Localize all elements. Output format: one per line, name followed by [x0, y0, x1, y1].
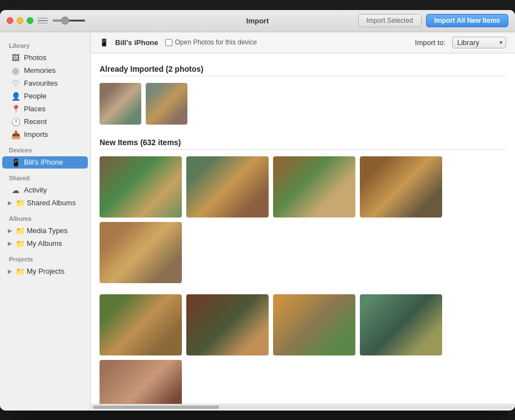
- main-panel: 📱 Bill's iPhone Open Photos for this dev…: [91, 32, 515, 411]
- media-types-icon: 📁: [16, 226, 24, 235]
- titlebar-action-buttons: Import Selected Import All New Items: [358, 14, 508, 27]
- import-bar-device-icon: 📱: [100, 38, 108, 47]
- already-imported-photo-1[interactable]: [100, 83, 141, 125]
- sidebar-item-bills-iphone[interactable]: 📱 Bill's iPhone: [2, 156, 88, 169]
- new-items-section: New Items (632 items): [100, 136, 506, 404]
- zoom-slider[interactable]: [52, 19, 86, 22]
- sidebar-item-people[interactable]: 👤 People: [2, 90, 88, 102]
- sidebar-item-memories-label: Memories: [24, 66, 56, 75]
- my-projects-arrow: ▶: [8, 268, 13, 274]
- shared-albums-arrow: ▶: [8, 200, 13, 206]
- close-button[interactable]: [7, 17, 13, 24]
- import-bar-device-name: Bill's iPhone: [115, 38, 159, 47]
- new-item-photo-13[interactable]: [273, 294, 355, 355]
- places-icon: 📍: [11, 105, 20, 113]
- scrollbar-track: [93, 406, 513, 409]
- new-item-photo-1[interactable]: [100, 156, 182, 218]
- traffic-lights: [7, 17, 33, 24]
- activity-icon: ☁: [11, 186, 20, 195]
- sidebar-item-favourites-label: Favourites: [24, 79, 58, 87]
- new-items-grid-row2: [100, 294, 506, 404]
- sidebar-item-media-types-label: Media Types: [27, 226, 67, 235]
- photo-scroll-area[interactable]: Already Imported (2 photos) New Items (6…: [91, 53, 515, 404]
- already-imported-section: Already Imported (2 photos): [100, 62, 506, 125]
- memories-icon: ◎: [11, 66, 20, 75]
- new-item-photo-4[interactable]: [360, 156, 442, 218]
- import-selected-button[interactable]: Import Selected: [358, 14, 422, 27]
- favourites-icon: ♡: [11, 79, 20, 88]
- sidebar-item-photos[interactable]: 🖼 Photos: [2, 52, 88, 64]
- content-area: Library 🖼 Photos ◎ Memories ♡ Favourites…: [0, 32, 515, 411]
- new-items-grid-row1: [100, 156, 506, 283]
- window-title: Import: [246, 17, 269, 25]
- import-bar: 📱 Bill's iPhone Open Photos for this dev…: [91, 32, 515, 53]
- library-section-label: Library: [0, 37, 90, 51]
- already-imported-grid: [100, 83, 506, 125]
- sidebar-toggle-button[interactable]: [38, 17, 48, 24]
- open-photos-checkbox[interactable]: [165, 39, 172, 46]
- projects-section-label: Projects: [0, 250, 90, 265]
- sidebar-item-device-label: Bill's iPhone: [24, 158, 63, 166]
- sidebar-item-media-types[interactable]: ▶ 📁 Media Types: [2, 225, 88, 237]
- iphone-icon: 📱: [11, 158, 20, 167]
- sidebar-item-places[interactable]: 📍 Places: [2, 103, 88, 115]
- import-to-label: Import to:: [415, 38, 445, 47]
- sidebar-item-recent[interactable]: 🕐 Recent: [2, 116, 88, 128]
- recent-icon: 🕐: [11, 117, 20, 126]
- photos-icon: 🖼: [11, 53, 20, 62]
- zoom-slider-control: [52, 19, 86, 22]
- new-item-photo-11[interactable]: [100, 294, 182, 355]
- sidebar-item-places-label: Places: [24, 105, 46, 113]
- my-albums-icon: 📁: [16, 239, 24, 248]
- scrollbar-thumb[interactable]: [93, 406, 219, 409]
- sidebar-item-my-albums[interactable]: ▶ 📁 My Albums: [2, 238, 88, 250]
- new-item-photo-3[interactable]: [273, 156, 355, 218]
- sidebar-item-favourites[interactable]: ♡ Favourites: [2, 77, 88, 90]
- minimize-button[interactable]: [17, 17, 23, 24]
- new-item-photo-5[interactable]: [100, 222, 182, 283]
- new-item-photo-15[interactable]: [100, 360, 182, 404]
- sidebar-item-imports-label: Imports: [24, 130, 48, 139]
- open-photos-text: Open Photos for this device: [175, 38, 257, 46]
- imports-icon: 📥: [11, 130, 20, 139]
- open-photos-label[interactable]: Open Photos for this device: [165, 38, 257, 46]
- devices-section-label: Devices: [0, 141, 90, 156]
- already-imported-header: Already Imported (2 photos): [100, 62, 506, 76]
- import-to-wrapper: Library New Album: [452, 37, 506, 48]
- sidebar-item-my-projects-label: My Projects: [27, 267, 65, 275]
- shared-albums-icon: 📁: [16, 199, 24, 207]
- my-projects-icon: 📁: [16, 267, 24, 276]
- sidebar-item-my-albums-label: My Albums: [27, 239, 62, 248]
- sidebar-item-people-label: People: [24, 92, 46, 100]
- import-to-select[interactable]: Library New Album: [452, 37, 506, 48]
- sidebar-item-photos-label: Photos: [24, 53, 46, 62]
- sidebar-item-recent-label: Recent: [24, 117, 47, 126]
- sidebar-item-activity[interactable]: ☁ Activity: [2, 184, 88, 196]
- maximize-button[interactable]: [27, 17, 33, 24]
- new-item-photo-14[interactable]: [360, 294, 442, 355]
- shared-section-label: Shared: [0, 169, 90, 184]
- sidebar-item-imports[interactable]: 📥 Imports: [2, 129, 88, 141]
- new-items-header: New Items (632 items): [100, 136, 506, 150]
- sidebar-item-activity-label: Activity: [24, 186, 47, 194]
- sidebar: Library 🖼 Photos ◎ Memories ♡ Favourites…: [0, 32, 91, 411]
- sidebar-item-my-projects[interactable]: ▶ 📁 My Projects: [2, 265, 88, 278]
- new-item-photo-12[interactable]: [186, 294, 269, 355]
- main-window: Import Import Selected Import All New It…: [0, 10, 515, 411]
- sidebar-item-shared-albums-label: Shared Albums: [27, 199, 76, 207]
- titlebar-controls: [38, 17, 86, 24]
- import-all-button[interactable]: Import All New Items: [426, 14, 508, 27]
- horizontal-scrollbar: [91, 404, 515, 411]
- new-item-photo-2[interactable]: [186, 156, 269, 218]
- people-icon: 👤: [11, 92, 20, 101]
- sidebar-item-memories[interactable]: ◎ Memories: [2, 65, 88, 77]
- my-albums-arrow: ▶: [8, 240, 13, 246]
- albums-section-label: Albums: [0, 210, 90, 224]
- media-types-arrow: ▶: [8, 228, 13, 234]
- already-imported-photo-2[interactable]: [146, 83, 187, 125]
- sidebar-item-shared-albums[interactable]: ▶ 📁 Shared Albums: [2, 197, 88, 209]
- titlebar: Import Import Selected Import All New It…: [0, 10, 515, 32]
